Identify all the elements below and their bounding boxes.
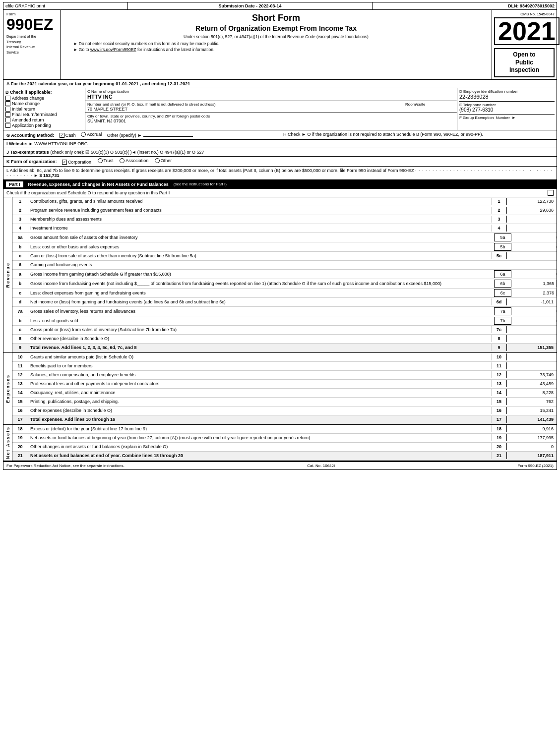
table-row: 2Program service revenue including gover… [12, 206, 557, 215]
row-number: 3 [12, 216, 28, 223]
row-line-num: 1 [491, 198, 507, 205]
row-number: 12 [12, 371, 28, 378]
cash-label: Cash [65, 133, 76, 138]
row-number: 16 [12, 407, 28, 414]
assoc-checkbox [120, 158, 124, 163]
address-value: 70 MAPLE STREET [87, 107, 400, 112]
dln: DLN: 93492073015002 [373, 2, 557, 9]
trust-label: Trust [104, 158, 114, 163]
table-row: dNet income or (loss) from gaming and fu… [12, 298, 557, 307]
checkbox-initial-icon [5, 107, 10, 112]
table-row: bLess: cost or other basis and sales exp… [12, 242, 557, 252]
checkbox-initial-label: Initial return [12, 107, 35, 112]
row-sub-label: 6a [494, 270, 511, 278]
row-sub-label: 5a [494, 233, 511, 241]
row-value [507, 227, 557, 229]
table-row: 20Other changes in net assets or fund ba… [12, 443, 557, 452]
ein-label: D Employer identification number [459, 89, 555, 94]
main-title: Return of Organization Exempt From Incom… [63, 24, 489, 32]
row-line-num: 19 [491, 434, 507, 441]
row-value: 43,459 [507, 380, 557, 387]
dept-info: Department of the Treasury Internal Reve… [6, 34, 57, 55]
row-value [507, 255, 557, 257]
row-sub-value [512, 246, 557, 248]
checkbox-amended-icon [5, 117, 10, 122]
group-label: F Group Exemption [459, 116, 494, 120]
row-number: 21 [12, 452, 28, 459]
row-line-num: 21 [491, 452, 507, 459]
year-block: OMB No. 1545-0047 2021 Open to Public In… [492, 10, 557, 79]
checkbox-application-pending[interactable]: Application pending [5, 123, 83, 128]
tax-exempt-label: J Tax-exempt status [6, 150, 49, 155]
table-row: 13Professional fees and other payments t… [12, 380, 557, 389]
row-description: Total expenses. Add lines 10 through 16 [28, 416, 491, 423]
table-row: 18Excess or (deficit) for the year (Subt… [12, 425, 557, 434]
assoc-label: Association [125, 158, 148, 163]
org-name-label: C Name of organization [87, 89, 455, 94]
row-sub-value [512, 236, 557, 238]
row-value: 73,749 [507, 371, 557, 378]
row-value: 151,355 [507, 344, 557, 351]
row-line-num: 5c [491, 252, 507, 259]
form-footer: For Paperwork Reduction Act Notice, see … [3, 461, 557, 470]
part1-check-box[interactable] [548, 190, 554, 196]
part1-title: Revenue, Expenses, and Changes in Net As… [28, 182, 169, 187]
row-line-num: 12 [491, 371, 507, 378]
row-sub-label: 6b [494, 280, 511, 288]
association-option[interactable]: Association [120, 158, 148, 163]
row-number: 20 [12, 443, 28, 450]
row-sub-label: 5b [494, 243, 511, 251]
trust-option[interactable]: Trust [98, 158, 114, 163]
cash-checkbox: ✓ [60, 133, 64, 138]
row-number: 17 [12, 416, 28, 423]
checkbox-name-label: Name change [12, 101, 40, 106]
checkbox-name-change[interactable]: Name change [5, 101, 83, 106]
checkbox-address-change[interactable]: Address change [5, 96, 83, 101]
accrual-checkbox [81, 132, 86, 137]
net-assets-side-label: Net Assets [3, 425, 12, 461]
checkbox-initial-return[interactable]: Initial return [5, 107, 83, 112]
row-value: -1,011 [507, 298, 557, 305]
table-row: bLess: cost of goods sold7b [12, 316, 557, 326]
row-sub-value [512, 310, 557, 312]
submission-date: Submission Date - 2022-03-14 [128, 2, 373, 9]
other-org-checkbox [155, 158, 160, 163]
other-value[interactable] [143, 136, 193, 137]
corp-checkbox: ✓ [62, 160, 67, 165]
row-number: 1 [12, 198, 28, 205]
checkbox-app-icon [5, 123, 10, 128]
row-description: Gross income from gaming (attach Schedul… [28, 271, 494, 278]
row-value: 762 [507, 398, 557, 405]
accrual-option[interactable]: Accrual [81, 132, 102, 137]
row-number: 19 [12, 434, 28, 441]
trust-checkbox [98, 158, 103, 163]
corporation-option[interactable]: ✓ Corporation [62, 160, 91, 165]
row-description: Less: cost of goods sold [28, 317, 494, 324]
row-line-num: 15 [491, 398, 507, 405]
row-value: 0 [507, 443, 557, 450]
checkbox-amended-return[interactable]: Amended return [5, 117, 83, 122]
part1-label: Part I [6, 181, 23, 187]
table-row: 8Other revenue (describe in Schedule O)8 [12, 335, 557, 344]
row-number: 6 [12, 261, 28, 268]
row-description: Salaries, other compensation, and employ… [28, 371, 491, 378]
cash-option[interactable]: ✓ Cash [60, 133, 76, 138]
section-l: L Add lines 5b, 6c, and 7b to line 9 to … [3, 167, 557, 180]
table-row: 7aGross sales of inventory, less returns… [12, 307, 557, 316]
row-value [507, 329, 557, 331]
section-j: J Tax-exempt status (check only one): ☑ … [3, 148, 557, 157]
table-row: 11Benefits paid to or for members11 [12, 362, 557, 371]
row-description: Benefits paid to or for members [28, 362, 491, 369]
other-org-option[interactable]: Other [155, 158, 172, 163]
table-row: bGross income from fundraising events (n… [12, 279, 557, 289]
expenses-side-label: Expenses [3, 353, 12, 424]
row-sub-value: 2,376 [512, 290, 557, 296]
section-d-col: D Employer identification number 22-2336… [457, 88, 557, 130]
row-line-num: 20 [491, 443, 507, 450]
row-line-num: 2 [491, 207, 507, 214]
row-number: 5a [12, 234, 28, 241]
table-row: 19Net assets or fund balances at beginni… [12, 434, 557, 443]
checkbox-final-return[interactable]: Final return/terminated [5, 112, 83, 117]
footer-cat: Cat. No. 10642I [307, 464, 335, 468]
row-description: Program service revenue including govern… [28, 207, 491, 214]
